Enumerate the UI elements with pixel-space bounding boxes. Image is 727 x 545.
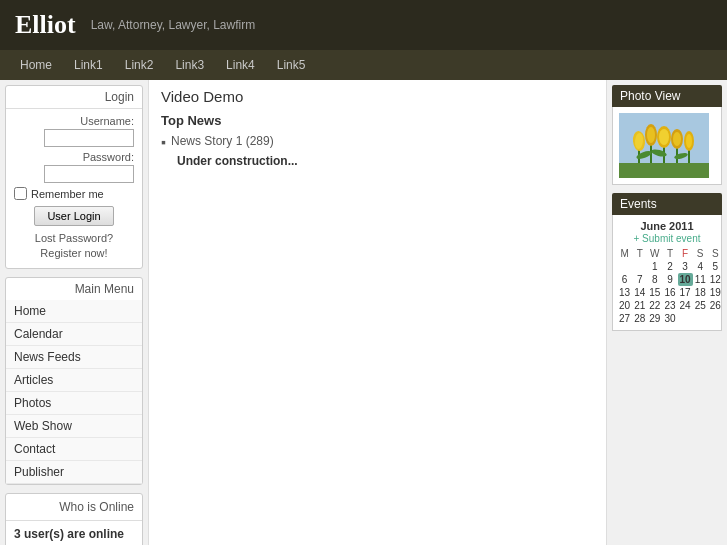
cal-week-row: 20212223242526 — [617, 299, 723, 312]
menu-item-photos[interactable]: Photos — [6, 392, 142, 415]
cal-day-cell[interactable]: 10 — [678, 273, 693, 286]
cal-day-cell[interactable]: 9 — [662, 273, 677, 286]
user-login-button[interactable]: User Login — [34, 206, 113, 226]
cal-day-cell[interactable]: 16 — [662, 286, 677, 299]
main-menu-box: Main Menu HomeCalendarNews FeedsArticles… — [5, 277, 143, 485]
cal-day-header-5: S — [693, 247, 708, 260]
events-title: Events — [612, 193, 722, 215]
online-summary: 3 user(s) are online — [14, 527, 134, 541]
remember-row: Remember me — [14, 187, 134, 200]
password-input[interactable] — [44, 165, 134, 183]
video-demo-title: Video Demo — [161, 88, 594, 105]
cal-day-header-0: M — [617, 247, 632, 260]
svg-point-14 — [673, 132, 681, 146]
site-header: Elliot Law, Attorney, Lawyer, Lawfirm — [0, 0, 727, 50]
remember-checkbox[interactable] — [14, 187, 27, 200]
cal-day-cell[interactable]: 8 — [647, 273, 662, 286]
news-bullet-icon: ▪ — [161, 134, 166, 150]
cal-day-cell — [678, 312, 693, 325]
menu-item-news-feeds[interactable]: News Feeds — [6, 346, 142, 369]
cal-day-cell[interactable]: 2 — [662, 260, 677, 273]
menu-item-home[interactable]: Home — [6, 300, 142, 323]
cal-day-cell[interactable]: 11 — [693, 273, 708, 286]
svg-point-11 — [659, 129, 669, 145]
submit-event-text: + Submit event — [634, 233, 701, 244]
menu-item-contact[interactable]: Contact — [6, 438, 142, 461]
photo-thumbnail[interactable] — [619, 113, 709, 178]
center-content: Video Demo Top News ▪ News Story 1 (289)… — [148, 80, 607, 545]
username-input[interactable] — [44, 129, 134, 147]
cal-day-cell — [632, 260, 647, 273]
cal-day-cell — [617, 260, 632, 273]
svg-rect-2 — [619, 163, 709, 178]
menu-item-publisher[interactable]: Publisher — [6, 461, 142, 484]
main-menu-title: Main Menu — [6, 278, 142, 300]
menu-item-calendar[interactable]: Calendar — [6, 323, 142, 346]
photo-view-content — [612, 107, 722, 185]
under-construction-text: Under construction... — [177, 154, 594, 168]
cal-week-row: 27282930 — [617, 312, 723, 325]
navbar: HomeLink1Link2Link3Link4Link5 — [0, 50, 727, 80]
cal-week-row: 12345 — [617, 260, 723, 273]
cal-day-cell[interactable]: 21 — [632, 299, 647, 312]
cal-week-row: 6789101112 — [617, 273, 723, 286]
svg-point-8 — [647, 127, 655, 143]
calendar-table: MTWTFSS 12345678910111213141516171819202… — [617, 247, 723, 325]
cal-day-cell[interactable]: 14 — [632, 286, 647, 299]
main-wrapper: Login Username: Password: Remember me Us… — [0, 80, 727, 545]
password-label: Password: — [14, 151, 134, 163]
news-item-row: ▪ News Story 1 (289) — [161, 134, 594, 150]
events-box: Events June 2011 + Submit event MTWTFSS … — [612, 193, 722, 331]
submit-event-link[interactable]: + Submit event — [617, 233, 717, 244]
cal-day-cell[interactable]: 12 — [708, 273, 723, 286]
right-sidebar: Photo View — [607, 80, 727, 545]
cal-day-cell[interactable]: 29 — [647, 312, 662, 325]
cal-day-cell[interactable]: 24 — [678, 299, 693, 312]
events-content: June 2011 + Submit event MTWTFSS 1234567… — [612, 215, 722, 331]
cal-day-cell[interactable]: 4 — [693, 260, 708, 273]
cal-day-cell[interactable]: 26 — [708, 299, 723, 312]
calendar-month: June 2011 — [617, 220, 717, 232]
cal-day-cell[interactable]: 6 — [617, 273, 632, 286]
cal-day-cell[interactable]: 19 — [708, 286, 723, 299]
cal-day-cell[interactable]: 25 — [693, 299, 708, 312]
cal-day-cell[interactable]: 18 — [693, 286, 708, 299]
nav-item-link4[interactable]: Link4 — [216, 54, 265, 76]
cal-day-cell[interactable]: 15 — [647, 286, 662, 299]
cal-day-cell[interactable]: 27 — [617, 312, 632, 325]
cal-day-cell[interactable]: 23 — [662, 299, 677, 312]
cal-day-cell[interactable]: 7 — [632, 273, 647, 286]
cal-day-cell[interactable]: 28 — [632, 312, 647, 325]
cal-day-cell[interactable]: 3 — [678, 260, 693, 273]
cal-day-cell[interactable]: 13 — [617, 286, 632, 299]
nav-item-link3[interactable]: Link3 — [165, 54, 214, 76]
login-box-content: Username: Password: Remember me User Log… — [6, 109, 142, 268]
cal-day-cell[interactable]: 5 — [708, 260, 723, 273]
whoisonline-box: Who is Online 3 user(s) are online Membe… — [5, 493, 143, 545]
remember-label: Remember me — [31, 188, 104, 200]
news-story-link[interactable]: News Story 1 (289) — [171, 134, 274, 148]
whoisonline-content: 3 user(s) are online Members: 0 Guests: … — [6, 521, 142, 545]
svg-point-17 — [686, 134, 692, 148]
cal-week-row: 13141516171819 — [617, 286, 723, 299]
cal-day-cell[interactable]: 20 — [617, 299, 632, 312]
cal-day-header-2: W — [647, 247, 662, 260]
cal-day-cell[interactable]: 1 — [647, 260, 662, 273]
nav-item-home[interactable]: Home — [10, 54, 62, 76]
nav-item-link1[interactable]: Link1 — [64, 54, 113, 76]
nav-item-link5[interactable]: Link5 — [267, 54, 316, 76]
cal-day-cell[interactable]: 30 — [662, 312, 677, 325]
username-label: Username: — [14, 115, 134, 127]
photo-view-box: Photo View — [612, 85, 722, 185]
photo-view-title: Photo View — [612, 85, 722, 107]
cal-day-cell — [693, 312, 708, 325]
menu-item-articles[interactable]: Articles — [6, 369, 142, 392]
cal-day-header-1: T — [632, 247, 647, 260]
lost-password-link[interactable]: Lost Password? — [14, 232, 134, 244]
cal-day-cell[interactable]: 17 — [678, 286, 693, 299]
site-tagline: Law, Attorney, Lawyer, Lawfirm — [91, 18, 256, 32]
cal-day-cell[interactable]: 22 — [647, 299, 662, 312]
register-link[interactable]: Register now! — [14, 247, 134, 259]
nav-item-link2[interactable]: Link2 — [115, 54, 164, 76]
menu-item-web-show[interactable]: Web Show — [6, 415, 142, 438]
